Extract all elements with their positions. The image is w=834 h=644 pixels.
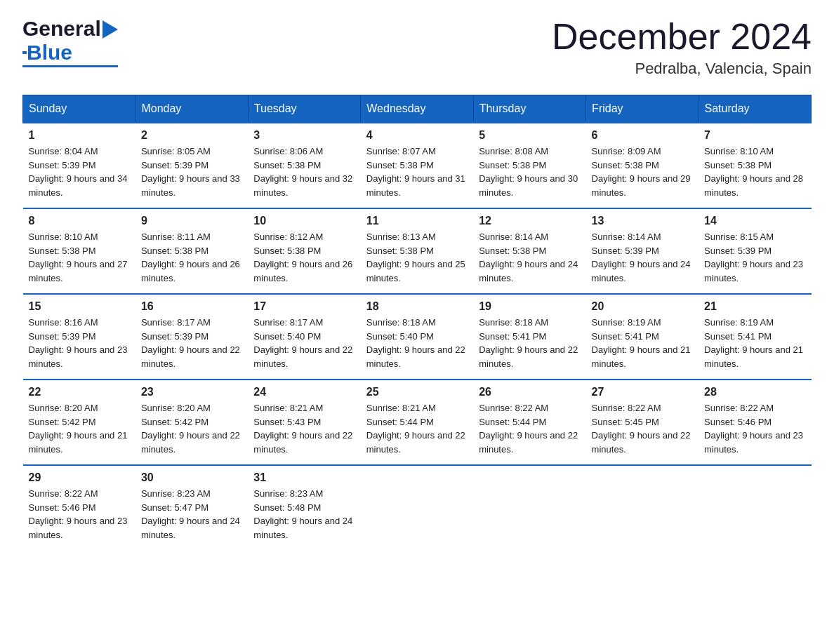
day-number: 14 [704,215,805,227]
calendar-cell: 1 Sunrise: 8:04 AM Sunset: 5:39 PM Dayli… [23,123,135,208]
header-thursday: Thursday [473,95,585,123]
day-number: 22 [29,386,130,398]
calendar-cell: 7 Sunrise: 8:10 AM Sunset: 5:38 PM Dayli… [699,123,811,208]
day-number: 11 [366,215,468,227]
day-number: 2 [141,129,242,142]
calendar-cell: 2 Sunrise: 8:05 AM Sunset: 5:39 PM Dayli… [135,123,248,208]
day-info: Sunrise: 8:18 AM Sunset: 5:40 PM Dayligh… [366,316,468,370]
day-number: 7 [704,129,805,142]
day-number: 1 [29,129,130,142]
day-info: Sunrise: 8:21 AM Sunset: 5:43 PM Dayligh… [253,401,355,456]
day-info: Sunrise: 8:06 AM Sunset: 5:38 PM Dayligh… [253,145,355,199]
day-number: 30 [141,471,242,484]
day-info: Sunrise: 8:13 AM Sunset: 5:38 PM Dayligh… [366,230,468,285]
day-number: 27 [592,386,693,398]
header-tuesday: Tuesday [248,95,360,123]
day-number: 4 [366,129,468,142]
header-friday: Friday [586,95,699,123]
page-header: General Blue December 2024 Pedralba, Val… [22,17,812,78]
svg-marker-0 [102,20,118,39]
day-number: 17 [253,300,355,313]
day-number: 9 [141,215,242,227]
day-number: 13 [592,215,693,227]
day-info: Sunrise: 8:15 AM Sunset: 5:39 PM Dayligh… [704,230,805,285]
calendar-cell: 9 Sunrise: 8:11 AM Sunset: 5:38 PM Dayli… [135,208,248,294]
calendar-cell: 19 Sunrise: 8:18 AM Sunset: 5:41 PM Dayl… [473,294,585,380]
logo-underline [22,65,118,67]
calendar-cell: 4 Sunrise: 8:07 AM Sunset: 5:38 PM Dayli… [361,123,473,208]
calendar-cell [361,465,473,550]
day-info: Sunrise: 8:23 AM Sunset: 5:47 PM Dayligh… [141,487,242,542]
calendar-cell: 23 Sunrise: 8:20 AM Sunset: 5:42 PM Dayl… [135,380,248,465]
day-info: Sunrise: 8:07 AM Sunset: 5:38 PM Dayligh… [366,145,468,199]
calendar-body: 1 Sunrise: 8:04 AM Sunset: 5:39 PM Dayli… [23,123,812,550]
day-number: 19 [479,300,580,313]
header-sunday: Sunday [23,95,135,123]
calendar-cell: 14 Sunrise: 8:15 AM Sunset: 5:39 PM Dayl… [699,208,811,294]
calendar-cell: 12 Sunrise: 8:14 AM Sunset: 5:38 PM Dayl… [473,208,585,294]
calendar-cell: 28 Sunrise: 8:22 AM Sunset: 5:46 PM Dayl… [699,380,811,465]
day-number: 18 [366,300,468,313]
calendar-cell: 16 Sunrise: 8:17 AM Sunset: 5:39 PM Dayl… [135,294,248,380]
day-number: 31 [253,471,355,484]
day-info: Sunrise: 8:14 AM Sunset: 5:39 PM Dayligh… [592,230,693,285]
day-number: 25 [366,386,468,398]
day-info: Sunrise: 8:11 AM Sunset: 5:38 PM Dayligh… [141,230,242,285]
calendar-cell: 3 Sunrise: 8:06 AM Sunset: 5:38 PM Dayli… [248,123,360,208]
calendar-table: Sunday Monday Tuesday Wednesday Thursday… [22,95,812,550]
day-info: Sunrise: 8:23 AM Sunset: 5:48 PM Dayligh… [253,487,355,542]
calendar-cell: 8 Sunrise: 8:10 AM Sunset: 5:38 PM Dayli… [23,208,135,294]
day-number: 16 [141,300,242,313]
day-info: Sunrise: 8:19 AM Sunset: 5:41 PM Dayligh… [704,316,805,370]
day-number: 23 [141,386,242,398]
header-saturday: Saturday [699,95,811,123]
day-info: Sunrise: 8:09 AM Sunset: 5:38 PM Dayligh… [592,145,693,199]
day-info: Sunrise: 8:16 AM Sunset: 5:39 PM Dayligh… [29,316,130,370]
calendar-cell: 30 Sunrise: 8:23 AM Sunset: 5:47 PM Dayl… [135,465,248,550]
calendar-cell: 24 Sunrise: 8:21 AM Sunset: 5:43 PM Dayl… [248,380,360,465]
day-info: Sunrise: 8:08 AM Sunset: 5:38 PM Dayligh… [479,145,580,199]
logo: General Blue [22,17,118,67]
day-info: Sunrise: 8:18 AM Sunset: 5:41 PM Dayligh… [479,316,580,370]
day-info: Sunrise: 8:17 AM Sunset: 5:39 PM Dayligh… [141,316,242,370]
day-info: Sunrise: 8:20 AM Sunset: 5:42 PM Dayligh… [29,401,130,456]
day-number: 24 [253,386,355,398]
month-year-title: December 2024 [552,17,812,57]
logo-general-text: General [22,17,101,41]
day-number: 28 [704,386,805,398]
calendar-cell: 5 Sunrise: 8:08 AM Sunset: 5:38 PM Dayli… [473,123,585,208]
calendar-cell: 21 Sunrise: 8:19 AM Sunset: 5:41 PM Dayl… [699,294,811,380]
day-number: 20 [592,300,693,313]
day-info: Sunrise: 8:12 AM Sunset: 5:38 PM Dayligh… [253,230,355,285]
calendar-cell: 17 Sunrise: 8:17 AM Sunset: 5:40 PM Dayl… [248,294,360,380]
day-info: Sunrise: 8:21 AM Sunset: 5:44 PM Dayligh… [366,401,468,456]
day-number: 26 [479,386,580,398]
day-info: Sunrise: 8:10 AM Sunset: 5:38 PM Dayligh… [29,230,130,285]
day-info: Sunrise: 8:05 AM Sunset: 5:39 PM Dayligh… [141,145,242,199]
day-info: Sunrise: 8:20 AM Sunset: 5:42 PM Dayligh… [141,401,242,456]
calendar-cell: 22 Sunrise: 8:20 AM Sunset: 5:42 PM Dayl… [23,380,135,465]
day-info: Sunrise: 8:22 AM Sunset: 5:45 PM Dayligh… [592,401,693,456]
calendar-cell: 10 Sunrise: 8:12 AM Sunset: 5:38 PM Dayl… [248,208,360,294]
calendar-cell: 11 Sunrise: 8:13 AM Sunset: 5:38 PM Dayl… [361,208,473,294]
day-info: Sunrise: 8:22 AM Sunset: 5:44 PM Dayligh… [479,401,580,456]
logo-blue-text: Blue [27,41,72,65]
day-number: 5 [479,129,580,142]
calendar-cell: 13 Sunrise: 8:14 AM Sunset: 5:39 PM Dayl… [586,208,699,294]
day-info: Sunrise: 8:14 AM Sunset: 5:38 PM Dayligh… [479,230,580,285]
logo-triangle-icon [102,20,118,39]
day-number: 29 [29,471,130,484]
calendar-cell [473,465,585,550]
calendar-cell: 31 Sunrise: 8:23 AM Sunset: 5:48 PM Dayl… [248,465,360,550]
calendar-cell: 25 Sunrise: 8:21 AM Sunset: 5:44 PM Dayl… [361,380,473,465]
header-wednesday: Wednesday [361,95,473,123]
header-monday: Monday [135,95,248,123]
day-info: Sunrise: 8:22 AM Sunset: 5:46 PM Dayligh… [704,401,805,456]
calendar-cell: 20 Sunrise: 8:19 AM Sunset: 5:41 PM Dayl… [586,294,699,380]
day-info: Sunrise: 8:10 AM Sunset: 5:38 PM Dayligh… [704,145,805,199]
location-subtitle: Pedralba, Valencia, Spain [552,60,812,78]
calendar-cell: 6 Sunrise: 8:09 AM Sunset: 5:38 PM Dayli… [586,123,699,208]
day-number: 10 [253,215,355,227]
calendar-cell: 26 Sunrise: 8:22 AM Sunset: 5:44 PM Dayl… [473,380,585,465]
calendar-cell [586,465,699,550]
